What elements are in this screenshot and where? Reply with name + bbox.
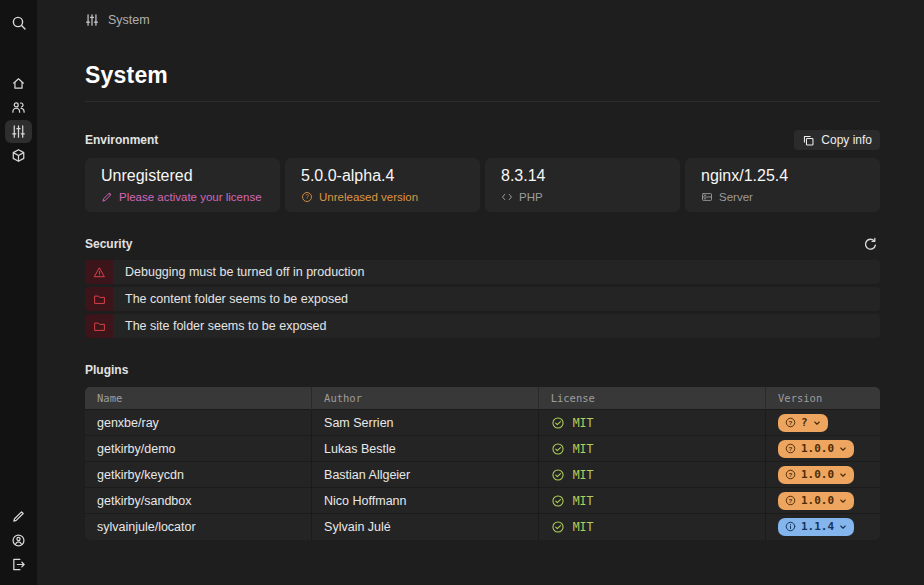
license-text: MIT [573, 520, 594, 534]
version-button[interactable]: ? 1.1.4 [778, 518, 854, 536]
version-text: 1.0.0 [801, 468, 834, 481]
table-row: getkirby/sandbox Nico Hoffmann MIT ? [85, 488, 880, 514]
sidebar-item-home[interactable] [5, 72, 32, 95]
warning-icon [85, 260, 113, 284]
topbar: System [85, 0, 880, 40]
search-button[interactable] [5, 11, 32, 34]
environment-section: Environment Copy info Unregistered [85, 130, 880, 212]
column-header-name: Name [85, 387, 312, 410]
sidebar-item-users[interactable] [5, 96, 32, 119]
question-circle-icon: ? [785, 469, 796, 480]
table-row: genxbe/ray Sam Serrien MIT ? [85, 410, 880, 436]
kirby-version-card[interactable]: 5.0.0-alpha.4 ? Unreleased version [285, 158, 480, 212]
chevron-down-icon [839, 497, 847, 505]
version-text: 1.0.0 [801, 494, 834, 507]
plugin-author-cell: Bastian Allgeier [312, 462, 539, 488]
kirby-version-value: 5.0.0-alpha.4 [301, 167, 464, 185]
plugin-license-cell: MIT [551, 442, 753, 456]
plugin-license-cell: MIT [551, 494, 753, 508]
logout-button[interactable] [5, 553, 32, 576]
license-value: Unregistered [101, 167, 264, 185]
svg-text:?: ? [305, 193, 309, 200]
sidebar [0, 0, 37, 585]
breadcrumb[interactable]: System [85, 13, 150, 27]
server-card: nginx/1.25.4 Server [685, 158, 880, 212]
license-text: MIT [573, 442, 594, 456]
license-text: MIT [573, 416, 594, 430]
check-circle-icon [551, 520, 565, 534]
sliders-icon [11, 124, 26, 139]
version-text: ? [801, 416, 808, 429]
plugin-author-cell: Sam Serrien [312, 410, 539, 436]
check-circle-icon [551, 494, 565, 508]
copy-info-button[interactable]: Copy info [794, 130, 880, 150]
sliders-icon [85, 13, 99, 27]
edit-icon [11, 509, 26, 524]
environment-cards: Unregistered Please activate your licens… [85, 158, 880, 212]
sidebar-item-lab[interactable] [5, 144, 32, 167]
main-content: System System Environment Copy info Unre… [37, 0, 924, 585]
environment-label: Environment [85, 133, 158, 147]
license-status: Please activate your license [119, 191, 262, 203]
edit-button[interactable] [5, 505, 32, 528]
plugin-author-cell: Nico Hoffmann [312, 488, 539, 514]
security-issue-text: Debugging must be turned off in producti… [113, 260, 880, 284]
plugin-author-cell: Lukas Bestle [312, 436, 539, 462]
plugin-author-cell: Sylvain Julé [312, 514, 539, 540]
account-icon [11, 533, 26, 548]
account-button[interactable] [5, 529, 32, 552]
question-circle-icon: ? [785, 443, 796, 454]
folder-icon [85, 314, 113, 338]
svg-text:?: ? [789, 419, 793, 426]
table-row: sylvainjule/locator Sylvain Julé MIT ? [85, 514, 880, 540]
plugins-section: Plugins Name Author License Version genx… [85, 360, 880, 540]
question-circle-icon: ? [785, 417, 796, 428]
version-button[interactable]: ? 1.0.0 [778, 440, 854, 458]
check-circle-icon [551, 468, 565, 482]
security-issue-row: The content folder seems to be exposed [85, 287, 880, 311]
svg-text:?: ? [789, 445, 793, 452]
server-label: Server [719, 191, 753, 203]
cube-icon [11, 148, 26, 163]
kirby-version-status: Unreleased version [319, 191, 418, 203]
question-circle-icon: ? [785, 495, 796, 506]
check-circle-icon [551, 442, 565, 456]
column-header-version: Version [765, 387, 880, 410]
security-section: Security Debugging must be turned off in… [85, 234, 880, 338]
column-header-license: License [538, 387, 765, 410]
security-issue-row: The site folder seems to be exposed [85, 314, 880, 338]
table-row: getkirby/keycdn Bastian Allgeier MIT ? [85, 462, 880, 488]
title-divider [85, 101, 880, 102]
license-text: MIT [573, 468, 594, 482]
folder-icon [85, 287, 113, 311]
php-version-card: 8.3.14 PHP [485, 158, 680, 212]
chevron-down-icon [839, 523, 847, 531]
breadcrumb-label: System [108, 13, 150, 27]
sidebar-item-system[interactable] [5, 120, 32, 143]
version-button[interactable]: ? 1.0.0 [778, 492, 854, 510]
php-version-value: 8.3.14 [501, 167, 664, 185]
server-icon [701, 191, 713, 203]
plugin-license-cell: MIT [551, 468, 753, 482]
license-card[interactable]: Unregistered Please activate your licens… [85, 158, 280, 212]
plugins-table: Name Author License Version genxbe/ray S… [85, 387, 880, 540]
version-button[interactable]: ? ? [778, 414, 828, 432]
php-label: PHP [519, 191, 543, 203]
security-issue-text: The site folder seems to be exposed [113, 314, 880, 338]
version-text: 1.0.0 [801, 442, 834, 455]
svg-text:?: ? [789, 497, 793, 504]
logout-icon [11, 557, 26, 572]
license-pen-icon [101, 191, 113, 203]
plugin-name-cell: genxbe/ray [85, 410, 312, 436]
security-issue-row: Debugging must be turned off in producti… [85, 260, 880, 284]
security-refresh-button[interactable] [861, 235, 880, 254]
table-row: getkirby/demo Lukas Bestle MIT ? [85, 436, 880, 462]
code-icon [501, 191, 513, 203]
info-circle-icon [785, 521, 796, 532]
plugin-license-cell: MIT [551, 416, 753, 430]
search-icon [11, 15, 27, 31]
plugins-label: Plugins [85, 363, 128, 377]
server-value: nginx/1.25.4 [701, 167, 864, 185]
version-button[interactable]: ? 1.0.0 [778, 466, 854, 484]
copy-info-label: Copy info [821, 133, 872, 147]
